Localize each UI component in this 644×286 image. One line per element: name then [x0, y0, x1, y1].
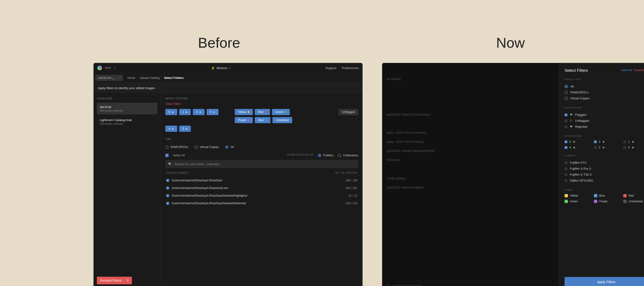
flag-option[interactable]: ✓⚑Rejected	[564, 124, 644, 130]
color-pill-green[interactable]: Green	[272, 109, 290, 115]
view-option-collections[interactable]: Collections	[338, 153, 358, 157]
folder-checkbox[interactable]: ✓	[166, 187, 169, 190]
preferences-link[interactable]: Preferences	[342, 66, 359, 70]
info-icon: i	[387, 284, 391, 286]
folder-row[interactable]: ✓/Users/michaelmet/Desktop/LR/Iasi/Iasi/…	[165, 200, 358, 207]
radio-icon	[338, 154, 341, 157]
camera-option[interactable]: ✓Fijifilm GFX100S	[564, 178, 644, 184]
catalog-item[interactable]: Iasi.lrcat592 photos selected	[97, 103, 158, 114]
speed-selector[interactable]: ⚡ Medium ▾	[211, 66, 230, 70]
label-option-unselected[interactable]: Unselected	[623, 200, 644, 203]
flag-option[interactable]: ✓⚑Flagged	[564, 112, 644, 118]
clear-filters-link[interactable]: Clear Filters	[165, 102, 358, 106]
file-tab[interactable]: wetransfer_... ↗	[96, 75, 123, 81]
folder-row[interactable]: ✓/Users/michaelmet/Desktop/LR/Iasi/Iasi/…	[165, 184, 358, 192]
camera-label: Fujifilm XT4	[570, 161, 586, 164]
camera-option[interactable]: ✓Fujifilm X-Pro 3	[564, 166, 644, 172]
checkbox-icon: ✓	[594, 146, 597, 149]
home-icon[interactable]: ⌂	[114, 66, 116, 70]
color-pill-red[interactable]: Red	[255, 109, 270, 115]
radio-icon	[564, 85, 568, 88]
star-pill-0[interactable]: 0 ★	[165, 109, 177, 115]
camera-option[interactable]: ✓Fujifilm XT4	[564, 160, 644, 166]
folder-count: 136 / 136	[345, 179, 357, 182]
folder-names-header[interactable]: FOLDER NAMES ↓	[166, 172, 191, 174]
support-link[interactable]: Support	[325, 66, 336, 70]
folder-row[interactable]: ✓/Users/michaelmet/Desktop/LR/Iasi/Iasi/…	[165, 177, 358, 184]
radio-label: RAW/JPEGs	[170, 145, 188, 149]
topbar: PRO ⌂ ⚡ Medium ▾ Support Preferences	[94, 63, 362, 73]
filter-panel: Select Filters Select All Deselect All I…	[558, 63, 644, 286]
folder-checkbox[interactable]: ✓	[166, 194, 169, 197]
star-pill-5[interactable]: 5 ★	[179, 126, 191, 132]
pro-badge: PRO	[105, 66, 111, 69]
star-option-0[interactable]: ✓0★	[623, 146, 644, 149]
star-option-2[interactable]: ✓2★	[594, 146, 618, 149]
flag-option[interactable]: ✓⚐Unflagged	[564, 118, 644, 124]
star-icon: ★	[632, 146, 634, 149]
flag-icon: ⚑	[570, 125, 573, 128]
label-option-red[interactable]: Red	[623, 194, 644, 197]
checkbox-icon: ✓	[564, 119, 568, 122]
color-pill-unlabeled[interactable]: Unlabeled	[272, 117, 292, 123]
color-pill-yellow[interactable]: Yellow	[235, 109, 253, 115]
select-all-link[interactable]: Select All	[621, 69, 632, 71]
folder-count: 125 / 125	[345, 202, 357, 205]
star-pill-2[interactable]: 2 ★	[193, 109, 205, 115]
star-icon: ★	[199, 111, 201, 113]
apply-filters-button[interactable]: Apply Filters	[564, 277, 644, 286]
use-option-rawjpegs[interactable]: RAW/JPEGs	[165, 145, 188, 149]
star-pill-3[interactable]: 3 ★	[206, 109, 218, 115]
star-option-4[interactable]: ✓4★	[564, 146, 589, 149]
star-option-5[interactable]: ✓5★	[564, 140, 589, 143]
label-option-yellow[interactable]: ✓Yellow	[564, 194, 589, 197]
unflagged-pill[interactable]: Unflagged	[338, 109, 358, 115]
color-pill-blue[interactable]: Blue	[255, 117, 270, 123]
photo-count-header[interactable]: NO. OF PHOTOS	[335, 172, 357, 174]
radio-label: Folders	[323, 153, 334, 157]
external-icon: ↗	[119, 76, 121, 79]
star-pill-4[interactable]: 4 ★	[165, 126, 177, 132]
checkbox-icon: ✓	[623, 140, 626, 143]
main-panel: APPLY FILTERS Clear Filters 0 ★1 ★2 ★3 ★…	[161, 93, 362, 286]
folder-search-input[interactable]: 🔍 Search for your folder / collection	[165, 160, 358, 168]
catalog-item[interactable]: Lightroom Catalog.lrcat592 photos select…	[97, 116, 158, 127]
chevron-down-icon: ▾	[229, 67, 230, 69]
view-option-folders[interactable]: Folders	[318, 153, 334, 157]
tab-label: wetransfer_...	[98, 76, 116, 80]
info-banner: Apply filters to identify your edited im…	[94, 83, 362, 93]
color-dot	[265, 111, 267, 113]
excluded-photos-button[interactable]: Excluded Photos 0	[97, 277, 132, 284]
image-type-option[interactable]: RAW/JPEG's	[564, 89, 644, 95]
use-option-virtualcopies[interactable]: Virtual Copies	[194, 145, 219, 149]
folder-row[interactable]: ✓/Users/michaelmet/Desktop/LR/Iasi/Iasi/…	[165, 192, 358, 200]
app-logo	[97, 65, 102, 70]
color-pill-purple[interactable]: Purple	[235, 117, 253, 123]
star-option-3[interactable]: ✓3★	[594, 140, 618, 143]
folder-checkbox[interactable]: ✓	[166, 179, 169, 182]
image-type-option[interactable]: All	[564, 83, 644, 89]
label-option-purple[interactable]: Purple	[594, 200, 618, 203]
star-option-1[interactable]: ✓1★	[623, 140, 644, 143]
label-option-green[interactable]: ✓Green	[564, 200, 589, 203]
now-label: Now	[496, 34, 525, 51]
crumb-home[interactable]: Home	[128, 76, 135, 80]
label-text: Green	[570, 200, 578, 203]
camera-option[interactable]: ✓Fujifilm X-T30 II	[564, 172, 644, 178]
color-swatch	[594, 200, 597, 203]
label-option-blue[interactable]: Blue	[594, 194, 618, 197]
color-dot	[284, 111, 286, 113]
color-dot	[248, 119, 250, 121]
star-number: 3	[599, 140, 600, 143]
deselect-all-link[interactable]: Deselect All	[634, 69, 644, 71]
star-rating-label: STAR RATING	[564, 135, 644, 137]
crumb-upload[interactable]: Upload Catalog	[140, 76, 160, 80]
catalog-sub: 592 photos selected	[100, 122, 154, 125]
star-pill-1[interactable]: 1 ★	[179, 109, 191, 115]
star-number: 1	[628, 140, 630, 143]
image-type-option[interactable]: Virtual Copies	[564, 95, 644, 101]
select-all-checkbox[interactable]: ✓	[165, 154, 169, 157]
color-dot	[265, 119, 267, 121]
use-option-all[interactable]: All	[225, 145, 234, 149]
folder-checkbox[interactable]: ✓	[166, 202, 169, 205]
